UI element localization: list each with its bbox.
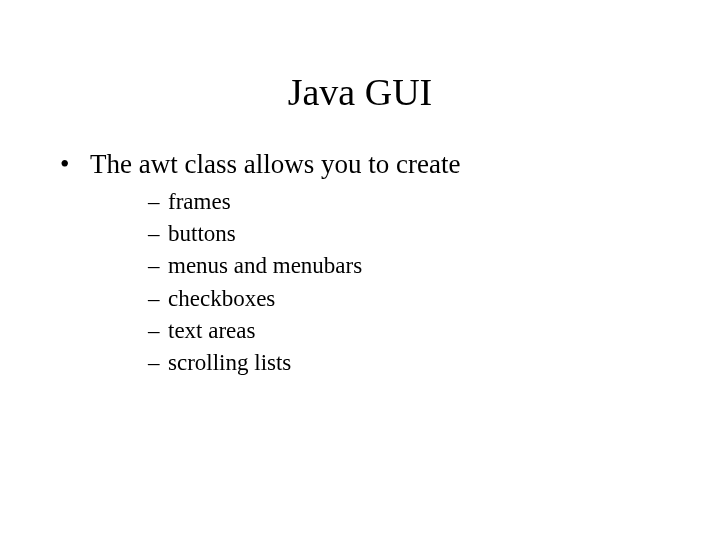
list-item: checkboxes xyxy=(148,283,660,315)
slide-content: Java GUI The awt class allows you to cre… xyxy=(0,0,720,427)
list-item: menus and menubars xyxy=(148,250,660,282)
slide-title: Java GUI xyxy=(60,70,660,114)
list-item: buttons xyxy=(148,218,660,250)
list-item: text areas xyxy=(148,315,660,347)
list-item: scrolling lists xyxy=(148,347,660,379)
main-list: The awt class allows you to create frame… xyxy=(60,149,660,379)
main-bullet-text: The awt class allows you to create xyxy=(90,149,460,179)
main-bullet: The awt class allows you to create frame… xyxy=(60,149,660,379)
list-item: frames xyxy=(148,186,660,218)
sub-list: frames buttons menus and menubars checkb… xyxy=(90,186,660,379)
